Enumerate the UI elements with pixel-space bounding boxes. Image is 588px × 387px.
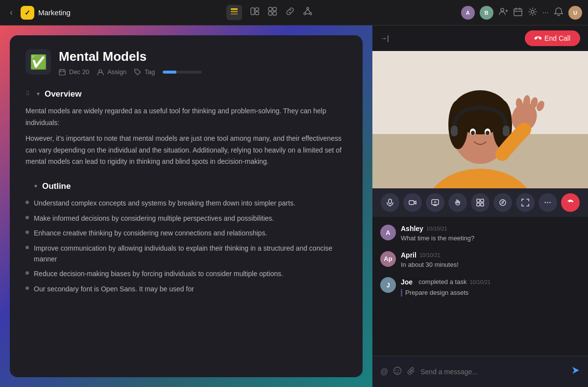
sender-name: Joe — [401, 278, 413, 286]
nav-tools — [82, 5, 457, 20]
assign-field[interactable]: Assign — [97, 68, 126, 76]
document-title: Mental Models — [59, 49, 347, 64]
date-field[interactable]: Dec 20 — [59, 68, 89, 76]
back-button[interactable]: ‹ — [6, 5, 17, 20]
stack-icon[interactable] — [226, 5, 242, 20]
svg-rect-57 — [477, 199, 480, 202]
overview-paragraph-2: However, it's important to note that men… — [25, 133, 347, 168]
current-user-avatar[interactable]: U — [568, 6, 582, 20]
action-label: completed a task — [418, 277, 466, 287]
svg-rect-53 — [409, 201, 414, 205]
hangup-button[interactable] — [561, 193, 580, 212]
document-content: ⠿ ▼ Overview Mental models are widely re… — [25, 87, 347, 294]
fullscreen-icon — [521, 199, 529, 206]
avatar: Ap — [380, 251, 396, 267]
hangup-icon — [566, 199, 574, 206]
grid-view-icon — [476, 199, 484, 206]
raise-hand-button[interactable] — [448, 193, 467, 212]
message-time: 10/10/21 — [426, 226, 447, 232]
calendar-icon[interactable] — [513, 7, 523, 19]
date-value: Dec 20 — [69, 68, 89, 76]
svg-rect-4 — [255, 8, 259, 11]
panels-icon[interactable] — [250, 6, 260, 19]
right-panel: →| End Call — [372, 26, 588, 387]
send-button[interactable] — [571, 366, 580, 377]
message-time: 10/10/21 — [419, 252, 441, 258]
document-icon: ✅ — [25, 49, 51, 75]
progress-bar — [163, 71, 202, 74]
list-item: Reduce decision-making biases by forcing… — [25, 268, 347, 279]
send-icon — [571, 366, 580, 375]
notification-icon[interactable] — [554, 7, 564, 19]
drag-handle[interactable]: ⠿ — [25, 89, 30, 99]
chat-meta: April 10/10/21 — [401, 251, 580, 259]
tag-field[interactable]: Tag — [134, 68, 155, 76]
section-collapse-arrow[interactable]: ▼ — [36, 90, 41, 98]
outline-collapse-arrow[interactable]: ▼ — [33, 182, 38, 190]
more-options-button[interactable]: ··· — [539, 193, 557, 212]
svg-point-61 — [500, 200, 506, 206]
end-call-button[interactable]: End Call — [525, 30, 580, 46]
user-avatar-2[interactable]: B — [480, 6, 493, 20]
link-icon[interactable] — [285, 6, 295, 19]
more-icon[interactable]: ··· — [542, 8, 549, 17]
emoji-icon[interactable] — [393, 366, 402, 377]
svg-point-12 — [310, 13, 312, 15]
attachment-icon[interactable] — [407, 366, 416, 377]
bullet-icon — [25, 271, 29, 275]
overview-section: ⠿ ▼ Overview Mental models are widely re… — [25, 87, 347, 168]
settings-icon[interactable] — [528, 7, 538, 19]
svg-point-63 — [396, 369, 397, 370]
task-bar-indicator — [401, 289, 402, 297]
document-panel: ✅ Mental Models Dec 20 — [0, 26, 372, 387]
microphone-button[interactable] — [381, 193, 399, 212]
svg-point-43 — [486, 131, 490, 135]
outline-header[interactable]: ▼ Outline — [25, 180, 347, 193]
message-text: In about 30 minutes! — [401, 260, 580, 270]
svg-line-14 — [308, 9, 311, 13]
svg-rect-45 — [503, 126, 510, 136]
svg-rect-60 — [481, 203, 484, 206]
annotate-button[interactable] — [493, 193, 512, 212]
chat-input[interactable] — [420, 368, 566, 376]
svg-rect-6 — [269, 7, 272, 11]
chat-area: A Ashley 10/10/21 What time is the meeti… — [372, 217, 588, 356]
svg-rect-3 — [251, 8, 254, 15]
mention-icon[interactable]: @ — [380, 367, 388, 376]
task-link[interactable]: Prepare design assets — [401, 288, 580, 298]
camera-button[interactable] — [403, 193, 422, 212]
end-call-label: End Call — [544, 34, 570, 42]
chat-content: Ashley 10/10/21 What time is the meeting… — [401, 225, 580, 243]
chat-input-icons: @ — [380, 366, 416, 377]
outline-list: Understand complex concepts and systems … — [25, 198, 347, 294]
sidebar-toggle[interactable]: →| — [380, 34, 389, 42]
user-avatar-1[interactable]: A — [461, 6, 475, 20]
list-item-text: Enhance creative thinking by considering… — [34, 228, 267, 238]
top-navigation: ‹ ✓ Marketing — [0, 0, 588, 26]
video-controls: ··· — [372, 188, 588, 217]
list-item-text: Reduce decision-making biases by forcing… — [34, 268, 283, 279]
overview-header[interactable]: ⠿ ▼ Overview — [25, 87, 347, 101]
message-time: 10/10/21 — [469, 279, 490, 285]
svg-point-62 — [394, 367, 401, 374]
fullscreen-button[interactable] — [516, 193, 535, 212]
svg-point-11 — [304, 13, 306, 15]
overview-body: Mental models are widely regarded as a u… — [25, 105, 347, 168]
svg-rect-1 — [231, 11, 238, 12]
list-item: Understand complex concepts and systems … — [25, 198, 347, 208]
list-item-text: Make informed decisions by considering m… — [34, 213, 274, 224]
network-icon[interactable] — [303, 6, 313, 19]
list-item-text: Improve communication by allowing indivi… — [34, 243, 347, 265]
grid-icon[interactable] — [268, 6, 277, 19]
avatar: A — [380, 225, 396, 240]
list-item: Make informed decisions by considering m… — [25, 213, 347, 224]
add-member-icon[interactable] — [498, 6, 508, 19]
screen-share-button[interactable] — [426, 193, 444, 212]
svg-rect-0 — [231, 8, 238, 10]
overview-title: Overview — [45, 87, 82, 101]
grid-view-button[interactable] — [471, 193, 490, 212]
chat-input-area: @ — [372, 356, 588, 387]
message-text: What time is the meeting? — [401, 233, 580, 243]
bullet-icon — [25, 201, 29, 204]
progress-field[interactable] — [163, 71, 202, 74]
